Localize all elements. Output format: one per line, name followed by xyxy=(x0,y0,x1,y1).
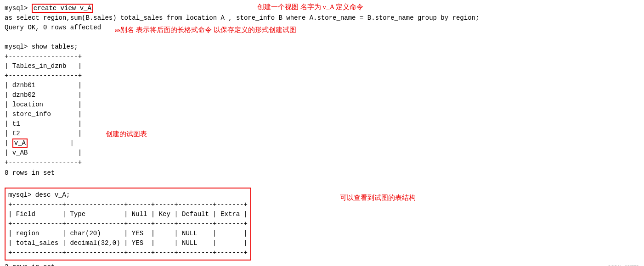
line-as-select: as select region,sum(B.sales) total_sale… xyxy=(5,13,639,23)
watermark: CSDN @粥粥 xyxy=(608,264,638,266)
terminal-output: mysql> create view v_A as select region,… xyxy=(5,4,639,266)
query-ok-text: Query OK, 0 rows affected xyxy=(5,24,101,31)
tables-output: +------------------+ | Tables_in_dznb | … xyxy=(5,52,639,167)
prompt1: mysql> xyxy=(5,5,32,12)
annotation-view-structure: 可以查看到试图的表结构 xyxy=(340,193,416,203)
create-view-cmd: create view v_A xyxy=(32,4,93,13)
line-8rows: 8 rows in set xyxy=(5,168,639,178)
line-2rows: 2 rows in set xyxy=(5,262,639,266)
table-pre: +------------------+ | Tables_in_dznb | … xyxy=(5,52,639,167)
2-rows-text: 2 rows in set xyxy=(5,263,55,266)
annotation-created-view: 创建的试图表 xyxy=(106,129,147,139)
show-tables-text: mysql> show tables; xyxy=(5,43,78,50)
line-show-tables: mysql> show tables; xyxy=(5,42,639,52)
desc-section: mysql> desc v_A; +-------------+--------… xyxy=(5,188,251,260)
line-query-ok: Query OK, 0 rows affected xyxy=(5,23,639,33)
desc-pre: mysql> desc v_A; +-------------+--------… xyxy=(8,190,248,258)
annotation-create-view: 创建一个视图 名字为 v_A 定义命令 xyxy=(257,2,363,12)
8-rows-text: 8 rows in set xyxy=(5,169,55,177)
as-select-text: as select region,sum(B.sales) total_sale… xyxy=(5,14,479,22)
annotation-as-alias: as别名 表示将后面的长格式命令 以保存定义的形式创建试图 xyxy=(115,25,296,35)
v-a-row: | v_A | xyxy=(5,139,74,148)
